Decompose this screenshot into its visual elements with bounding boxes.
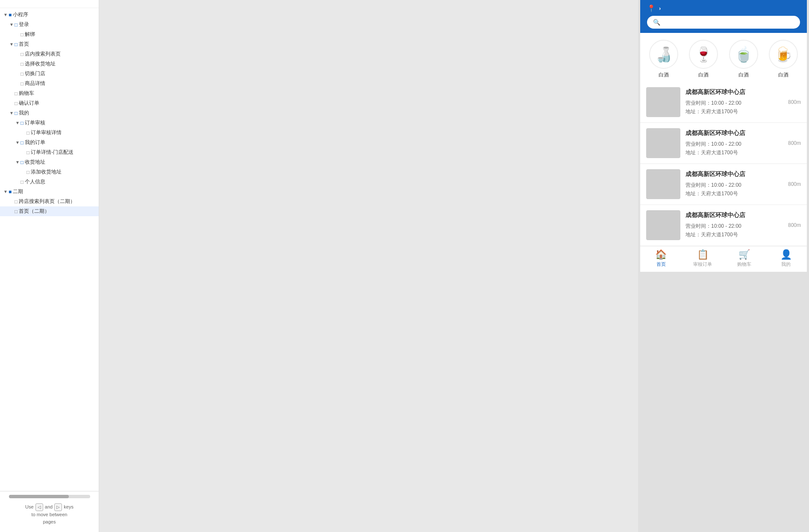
tree-item-product-detail[interactable]: □商品详情 xyxy=(0,79,99,88)
page-icon: □ xyxy=(15,100,18,106)
search-bar[interactable]: 🔍 xyxy=(647,16,800,29)
tree-item-phase2[interactable]: ▼■二期 xyxy=(0,187,99,197)
tree-item-label: 店内搜索列表页 xyxy=(25,50,61,58)
category-item-0[interactable]: 🍶 白酒 xyxy=(647,40,681,79)
tree-item-label: 订单审核 xyxy=(25,119,45,126)
bottom-nav: 🏠 首页 📋 审核订单 🛒 购物车 👤 我的 xyxy=(640,246,807,272)
tree-item-label: 添加收货地址 xyxy=(31,168,62,176)
location-pin-icon: 📍 xyxy=(647,4,656,12)
category-label-0: 白酒 xyxy=(659,71,669,79)
store-item-3[interactable]: 成都高新区环球中心店 营业时间：10:00 - 22:00 地址：天府大道170… xyxy=(640,205,807,245)
page-icon: □ xyxy=(26,150,29,156)
phone-header: 📍 › 🔍 xyxy=(640,0,807,33)
tree-item-label: 首页 xyxy=(19,41,29,48)
tree-arrow: ▼ xyxy=(9,42,14,47)
nav-label-0: 首页 xyxy=(656,261,666,267)
page-icon: □ xyxy=(15,209,18,215)
store-thumb-2 xyxy=(646,169,680,199)
tree-item-unbind[interactable]: □解绑 xyxy=(0,29,99,39)
right-panel: 📍 › 🔍 🍶 白酒 🍷 白酒 🍵 白酒 🍺 白酒 xyxy=(638,0,809,532)
search-icon: 🔍 xyxy=(653,19,660,26)
scrollbar-track[interactable] xyxy=(9,495,90,498)
category-item-1[interactable]: 🍷 白酒 xyxy=(686,40,721,79)
tree-item-select-addr[interactable]: □选择收货地址 xyxy=(0,59,99,69)
tree-arrow: ▼ xyxy=(15,140,20,145)
nav-icon-1: 📋 xyxy=(697,249,709,260)
tree-item-shipping-addr[interactable]: ▼□收货地址 xyxy=(0,157,99,167)
tree-item-mine[interactable]: ▼□我的 xyxy=(0,108,99,118)
category-icon-circle-1: 🍷 xyxy=(689,40,718,69)
nav-icon-3: 👤 xyxy=(780,249,792,260)
chevron-right-icon: › xyxy=(659,5,661,12)
nav-btn-购物车[interactable]: 🛒 购物车 xyxy=(730,249,759,267)
category-item-2[interactable]: 🍵 白酒 xyxy=(727,40,761,79)
category-icon-circle-2: 🍵 xyxy=(729,40,758,69)
store-item-1[interactable]: 成都高新区环球中心店 营业时间：10:00 - 22:00 地址：天府大道170… xyxy=(640,123,807,163)
store-dist-2: 800m xyxy=(788,181,801,187)
tree-item-home[interactable]: ▼□首页 xyxy=(0,39,99,49)
store-thumb-1 xyxy=(646,128,680,158)
page-tree: ▼■小程序▼□登录□解绑▼□首页□店内搜索列表页□选择收货地址□切换门店□商品详… xyxy=(0,8,99,491)
tree-item-order-review[interactable]: ▼□订单审核 xyxy=(0,118,99,128)
category-label-2: 白酒 xyxy=(738,71,749,79)
tree-item-my-orders[interactable]: ▼□我的订单 xyxy=(0,138,99,147)
location-row[interactable]: 📍 › xyxy=(647,4,661,12)
tree-item-label: 跨店搜索列表页（二期） xyxy=(19,198,75,205)
scrollbar-area: Use ◁ and ▷ keys to move between pages xyxy=(0,491,99,532)
store-hours-3: 营业时间：10:00 - 22:00 xyxy=(685,222,785,230)
nav-icon-0: 🏠 xyxy=(655,249,667,260)
nav-hint: Use ◁ and ▷ keys to move between pages xyxy=(25,503,74,530)
page-icon: □ xyxy=(21,71,24,77)
tree-item-confirm-order[interactable]: □确认订单 xyxy=(0,98,99,108)
tree-item-order-detail[interactable]: □订单详情-门店配送 xyxy=(0,147,99,157)
store-dist-3: 800m xyxy=(788,222,801,228)
nav-btn-审核订单[interactable]: 📋 审核订单 xyxy=(688,249,718,267)
page-icon: □ xyxy=(26,130,29,136)
nav-btn-我的[interactable]: 👤 我的 xyxy=(771,249,801,267)
store-info-2: 成都高新区环球中心店 营业时间：10:00 - 22:00 地址：天府大道170… xyxy=(685,170,785,198)
tree-item-mini[interactable]: ▼■小程序 xyxy=(0,10,99,20)
nav-icon-2: 🛒 xyxy=(738,249,750,260)
key-left: ◁ xyxy=(35,503,43,511)
tree-item-label: 首页（二期） xyxy=(19,208,50,215)
tree-item-home2[interactable]: □首页（二期） xyxy=(0,206,99,216)
nav-hint-line3: pages xyxy=(43,519,56,524)
nav-btn-首页[interactable]: 🏠 首页 xyxy=(646,249,676,267)
store-addr-1: 地址：天府大道1700号 xyxy=(685,148,785,157)
tree-item-label: 购物车 xyxy=(19,90,34,97)
tree-item-label: 我的 xyxy=(19,109,29,117)
tree-item-search-list[interactable]: □店内搜索列表页 xyxy=(0,49,99,59)
scrollbar-thumb[interactable] xyxy=(9,495,69,498)
folder-icon: □ xyxy=(21,159,24,165)
tree-item-login[interactable]: ▼□登录 xyxy=(0,20,99,29)
page-icon: □ xyxy=(15,199,18,205)
tree-item-order-review-detail[interactable]: □订单审核详情 xyxy=(0,128,99,138)
nav-label-1: 审核订单 xyxy=(693,261,712,267)
store-item-0[interactable]: 成都高新区环球中心店 营业时间：10:00 - 22:00 地址：天府大道170… xyxy=(640,82,807,122)
category-item-3[interactable]: 🍺 白酒 xyxy=(766,40,800,79)
store-item-2[interactable]: 成都高新区环球中心店 营业时间：10:00 - 22:00 地址：天府大道170… xyxy=(640,164,807,204)
tree-item-switch-store[interactable]: □切换门店 xyxy=(0,69,99,79)
folder-icon: □ xyxy=(15,41,18,47)
nav-hint-line2: to move between xyxy=(32,512,68,517)
store-addr-3: 地址：天府大道1700号 xyxy=(685,230,785,239)
category-label-3: 白酒 xyxy=(778,71,788,79)
phone-ui: 📍 › 🔍 🍶 白酒 🍷 白酒 🍵 白酒 🍺 白酒 xyxy=(640,0,807,272)
tree-item-cross-search[interactable]: □跨店搜索列表页（二期） xyxy=(0,197,99,206)
folder-icon: □ xyxy=(21,120,24,126)
category-row: 🍶 白酒 🍷 白酒 🍵 白酒 🍺 白酒 xyxy=(640,33,807,82)
tree-arrow: ▼ xyxy=(3,189,8,194)
nav-hint-line1: Use ◁ and ▷ keys xyxy=(25,504,74,509)
tree-item-label: 选择收货地址 xyxy=(25,60,56,68)
left-panel: ▼■小程序▼□登录□解绑▼□首页□店内搜索列表页□选择收货地址□切换门店□商品详… xyxy=(0,0,99,532)
tree-item-add-addr[interactable]: □添加收货地址 xyxy=(0,167,99,177)
store-name-1: 成都高新区环球中心店 xyxy=(685,129,785,137)
store-dist-0: 800m xyxy=(788,99,801,105)
store-hours-2: 营业时间：10:00 - 22:00 xyxy=(685,181,785,189)
tree-item-profile[interactable]: □个人信息 xyxy=(0,177,99,187)
tree-item-cart[interactable]: □购物车 xyxy=(0,88,99,98)
store-thumb-3 xyxy=(646,210,680,240)
store-info-0: 成都高新区环球中心店 营业时间：10:00 - 22:00 地址：天府大道170… xyxy=(685,88,785,116)
nav-label-2: 购物车 xyxy=(737,261,751,267)
page-icon: □ xyxy=(26,169,29,175)
